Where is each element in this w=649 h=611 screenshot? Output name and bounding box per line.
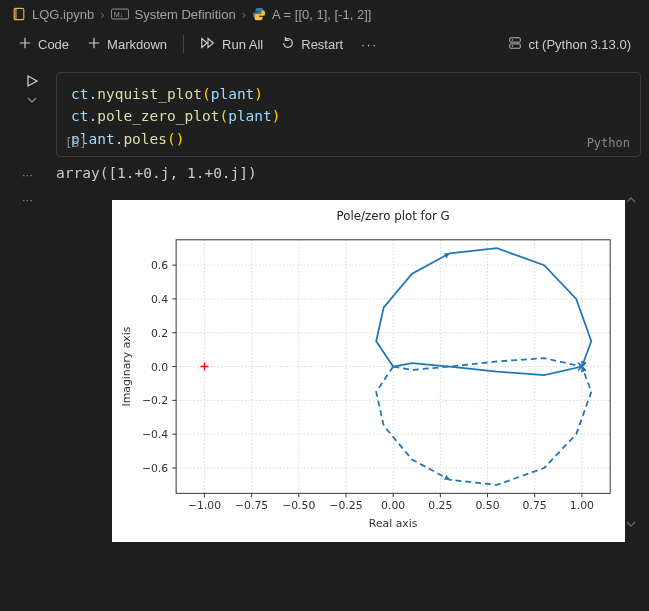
output-menu-button[interactable]: ··· bbox=[8, 190, 56, 207]
execution-count: [3] bbox=[65, 134, 87, 153]
svg-text:0.0: 0.0 bbox=[151, 361, 168, 374]
svg-text:−1.00: −1.00 bbox=[188, 500, 221, 513]
scroll-down-button[interactable] bbox=[625, 518, 637, 530]
breadcrumb-file[interactable]: LQG.ipynb bbox=[12, 7, 94, 22]
notebook-toolbar: Code Markdown Run All Restart ··· ct (Py… bbox=[0, 28, 649, 60]
notebook-icon bbox=[12, 7, 26, 21]
svg-text:0.00: 0.00 bbox=[381, 500, 405, 513]
svg-text:Real axis: Real axis bbox=[369, 517, 418, 530]
svg-text:−0.75: −0.75 bbox=[235, 500, 268, 513]
plus-icon bbox=[87, 36, 101, 53]
horizontal-scrollbar[interactable] bbox=[64, 530, 625, 540]
restart-label: Restart bbox=[301, 37, 343, 52]
svg-text:0.75: 0.75 bbox=[523, 500, 547, 513]
code-line: plant.poles() bbox=[71, 128, 626, 150]
svg-text:M↓: M↓ bbox=[113, 10, 123, 19]
svg-text:−0.25: −0.25 bbox=[329, 500, 362, 513]
chevron-right-icon: › bbox=[100, 7, 104, 22]
breadcrumb-file-label: LQG.ipynb bbox=[32, 7, 94, 22]
svg-rect-1 bbox=[14, 8, 17, 19]
run-cell-button[interactable] bbox=[22, 72, 42, 90]
markdown-icon: M↓ bbox=[111, 8, 129, 20]
svg-text:Pole/zero plot for G: Pole/zero plot for G bbox=[337, 209, 450, 223]
code-line: ct.nyquist_plot(plant) bbox=[71, 83, 626, 105]
svg-text:0.2: 0.2 bbox=[151, 327, 168, 340]
svg-rect-5 bbox=[510, 43, 521, 47]
chevron-down-icon[interactable] bbox=[27, 92, 37, 107]
add-markdown-button[interactable]: Markdown bbox=[81, 34, 173, 55]
toolbar-divider bbox=[183, 35, 184, 53]
code-editor[interactable]: ct.nyquist_plot(plant)ct.pole_zero_plot(… bbox=[56, 72, 641, 157]
breadcrumb-cell-label: A = [[0, 1], [-1, 2]] bbox=[272, 7, 371, 22]
run-all-label: Run All bbox=[222, 37, 263, 52]
svg-text:0.6: 0.6 bbox=[151, 259, 168, 272]
output-plot-row: ··· −1.00−0.75−0.50−0.250.000.250.500.75… bbox=[8, 190, 641, 542]
kernel-label: ct (Python 3.13.0) bbox=[528, 37, 631, 52]
svg-point-7 bbox=[512, 45, 513, 46]
python-icon bbox=[252, 7, 266, 21]
output-text: array([1.+0.j, 1.+0.j]) bbox=[56, 165, 257, 181]
output-text-row: ··· array([1.+0.j, 1.+0.j]) bbox=[8, 165, 641, 182]
svg-text:0.50: 0.50 bbox=[475, 500, 499, 513]
kernel-picker[interactable]: ct (Python 3.13.0) bbox=[502, 34, 637, 55]
code-line: ct.pole_zero_plot(plant) bbox=[71, 105, 626, 127]
scroll-up-button[interactable] bbox=[625, 194, 637, 206]
svg-text:−0.6: −0.6 bbox=[142, 462, 168, 475]
restart-button[interactable]: Restart bbox=[275, 34, 349, 55]
svg-point-6 bbox=[512, 39, 513, 40]
svg-text:Imaginary axis: Imaginary axis bbox=[120, 327, 133, 407]
svg-rect-4 bbox=[510, 37, 521, 41]
breadcrumb-cell[interactable]: A = [[0, 1], [-1, 2]] bbox=[252, 7, 371, 22]
run-all-button[interactable]: Run All bbox=[194, 34, 269, 55]
svg-text:−0.4: −0.4 bbox=[142, 429, 168, 442]
svg-text:−0.2: −0.2 bbox=[142, 395, 168, 408]
output-plot: −1.00−0.75−0.50−0.250.000.250.500.751.00… bbox=[112, 200, 625, 542]
code-cell: ct.nyquist_plot(plant)ct.pole_zero_plot(… bbox=[8, 72, 641, 157]
more-button[interactable]: ··· bbox=[355, 35, 384, 54]
plus-icon bbox=[18, 36, 32, 53]
svg-text:0.25: 0.25 bbox=[428, 500, 452, 513]
add-code-button[interactable]: Code bbox=[12, 34, 75, 55]
chevron-right-icon: › bbox=[242, 7, 246, 22]
ellipsis-icon: ··· bbox=[361, 37, 378, 52]
svg-text:−0.50: −0.50 bbox=[282, 500, 315, 513]
breadcrumb-section[interactable]: M↓ System Definition bbox=[111, 7, 236, 22]
svg-text:0.4: 0.4 bbox=[151, 293, 168, 306]
output-menu-button[interactable]: ··· bbox=[8, 165, 56, 182]
language-badge[interactable]: Python bbox=[587, 134, 630, 153]
add-code-label: Code bbox=[38, 37, 69, 52]
breadcrumb-section-label: System Definition bbox=[135, 7, 236, 22]
add-markdown-label: Markdown bbox=[107, 37, 167, 52]
restart-icon bbox=[281, 36, 295, 53]
svg-text:1.00: 1.00 bbox=[570, 500, 594, 513]
breadcrumb: LQG.ipynb › M↓ System Definition › A = [… bbox=[0, 0, 649, 28]
run-all-icon bbox=[200, 36, 216, 53]
server-icon bbox=[508, 36, 522, 53]
